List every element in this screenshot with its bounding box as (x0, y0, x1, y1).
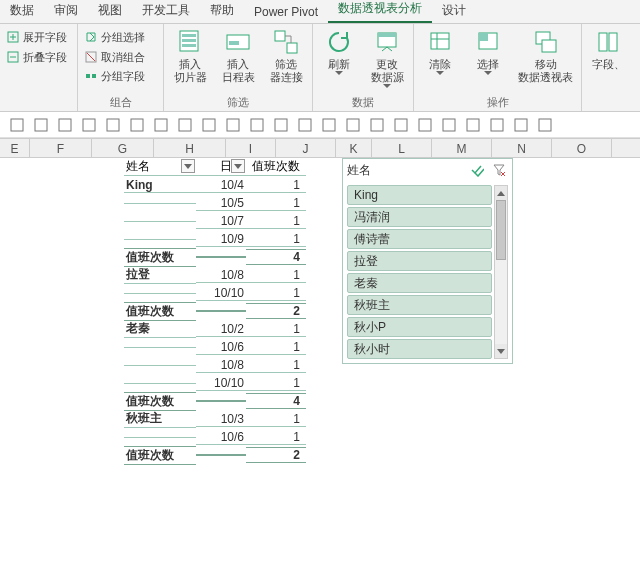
pivot-row[interactable]: 值班次数4 (124, 392, 306, 410)
tab-5[interactable]: Power Pivot (244, 1, 328, 23)
pivot-row[interactable]: 10/71 (124, 212, 306, 230)
tab-6[interactable]: 数据透视表分析 (328, 0, 432, 23)
slicer-item[interactable]: 秋小时 (347, 339, 492, 359)
scroll-down-icon[interactable] (495, 344, 507, 358)
col-header-L[interactable]: L (372, 139, 432, 157)
move-icon (532, 28, 560, 56)
scroll-thumb[interactable] (496, 200, 506, 260)
more-icon[interactable] (536, 116, 554, 134)
fields-button[interactable]: 字段、 (586, 26, 630, 73)
datasource-icon (373, 28, 401, 56)
tab-7[interactable]: 设计 (432, 0, 476, 23)
pivot-row[interactable]: 值班次数4 (124, 248, 306, 266)
col-header-G[interactable]: G (92, 139, 154, 157)
col-header-O[interactable]: O (552, 139, 612, 157)
col-header-H[interactable]: H (154, 139, 226, 157)
dropdown-icon[interactable] (231, 159, 245, 173)
table-icon[interactable] (224, 116, 242, 134)
tab-3[interactable]: 开发工具 (132, 0, 200, 23)
print-icon[interactable] (104, 116, 122, 134)
tab-1[interactable]: 审阅 (44, 0, 88, 23)
group-label-layout (4, 109, 73, 111)
ungroup-icon (84, 50, 98, 64)
pivot-row[interactable]: 10/101 (124, 374, 306, 392)
col-header-K[interactable]: K (336, 139, 372, 157)
crop-icon[interactable] (344, 116, 362, 134)
pivot-row[interactable]: 10/61 (124, 428, 306, 446)
slicer-item[interactable]: 傅诗蕾 (347, 229, 492, 249)
pivot-row[interactable]: 值班次数2 (124, 446, 306, 464)
cursor-icon[interactable] (176, 116, 194, 134)
refresh-button[interactable]: 刷新 (317, 26, 361, 77)
slicer-scrollbar[interactable] (494, 185, 508, 359)
clear-button[interactable]: 清除 (418, 26, 462, 77)
tab-4[interactable]: 帮助 (200, 0, 244, 23)
move-pivot-button[interactable]: 移动 数据透视表 (514, 26, 577, 86)
undo-icon[interactable] (128, 116, 146, 134)
expand-field-button[interactable]: 展开字段 (4, 28, 69, 47)
col-header-F[interactable]: F (30, 139, 92, 157)
pivot-row[interactable]: 拉登10/81 (124, 266, 306, 284)
az-icon[interactable] (488, 116, 506, 134)
multiselect-icon[interactable] (468, 161, 486, 179)
slicer-item[interactable]: 冯清润 (347, 207, 492, 227)
new-icon[interactable] (8, 116, 26, 134)
pivot-row[interactable]: 姓名日期值班次数 (124, 158, 306, 176)
clear-filter-icon[interactable] (490, 161, 508, 179)
shape-icon[interactable] (200, 116, 218, 134)
col-header-J[interactable]: J (276, 139, 336, 157)
pivot-header-name[interactable]: 姓名 (124, 158, 196, 176)
slicer-item[interactable]: 秋班主 (347, 295, 492, 315)
col-header-E[interactable]: E (0, 139, 30, 157)
slicer-item[interactable]: King (347, 185, 492, 205)
refresh-icon (325, 28, 353, 56)
pivot-header-date[interactable]: 日期 (196, 158, 246, 176)
pivot-row[interactable]: 10/91 (124, 230, 306, 248)
save-icon[interactable] (56, 116, 74, 134)
slicer-item[interactable]: 秋小P (347, 317, 492, 337)
sort-icon[interactable] (392, 116, 410, 134)
col-header-I[interactable]: I (226, 139, 276, 157)
collapse-field-button[interactable]: 折叠字段 (4, 48, 69, 67)
chart-icon[interactable] (248, 116, 266, 134)
open-icon[interactable] (32, 116, 50, 134)
pivot-row[interactable]: 秋班主10/31 (124, 410, 306, 428)
change-source-button[interactable]: 更改 数据源 (365, 26, 409, 90)
filter-icon[interactable] (416, 116, 434, 134)
layer-icon[interactable] (320, 116, 338, 134)
pivot-row[interactable]: 10/81 (124, 356, 306, 374)
slicer-panel[interactable]: 姓名 King冯清润傅诗蕾拉登老秦秋班主秋小P秋小时 (342, 158, 513, 364)
pivot-row[interactable]: 10/101 (124, 284, 306, 302)
filter-connection-button[interactable]: 筛选 器连接 (264, 26, 308, 86)
svg-rect-34 (155, 119, 167, 131)
align-icon[interactable] (272, 116, 290, 134)
format-icon[interactable] (368, 116, 386, 134)
select-button[interactable]: 选择 (466, 26, 510, 77)
slicer-item[interactable]: 老秦 (347, 273, 492, 293)
dropdown-icon[interactable] (181, 159, 195, 173)
col-header-N[interactable]: N (492, 139, 552, 157)
insert-slicer-button[interactable]: 插入 切片器 (168, 26, 212, 86)
font-icon[interactable] (464, 116, 482, 134)
group-field-button[interactable]: 分组字段 (82, 67, 147, 86)
mail-icon[interactable] (80, 116, 98, 134)
scroll-up-icon[interactable] (495, 186, 507, 200)
svg-rect-42 (347, 119, 359, 131)
tab-0[interactable]: 数据 (0, 0, 44, 23)
pivot-row[interactable]: 10/51 (124, 194, 306, 212)
pivot-row[interactable]: 值班次数2 (124, 302, 306, 320)
tab-2[interactable]: 视图 (88, 0, 132, 23)
col-header-M[interactable]: M (432, 139, 492, 157)
ungroup-button[interactable]: 取消组合 (82, 48, 147, 67)
group-icon[interactable] (296, 116, 314, 134)
slicer-item[interactable]: 拉登 (347, 251, 492, 271)
find-icon[interactable] (440, 116, 458, 134)
redo-icon[interactable] (152, 116, 170, 134)
pivot-row[interactable]: King10/41 (124, 176, 306, 194)
pivot-row[interactable]: 老秦10/21 (124, 320, 306, 338)
insert-timeline-button[interactable]: 插入 日程表 (216, 26, 260, 86)
pivot-row[interactable]: 10/61 (124, 338, 306, 356)
svg-rect-40 (299, 119, 311, 131)
refresh-icon[interactable] (512, 116, 530, 134)
group-select-button[interactable]: 分组选择 (82, 28, 147, 47)
